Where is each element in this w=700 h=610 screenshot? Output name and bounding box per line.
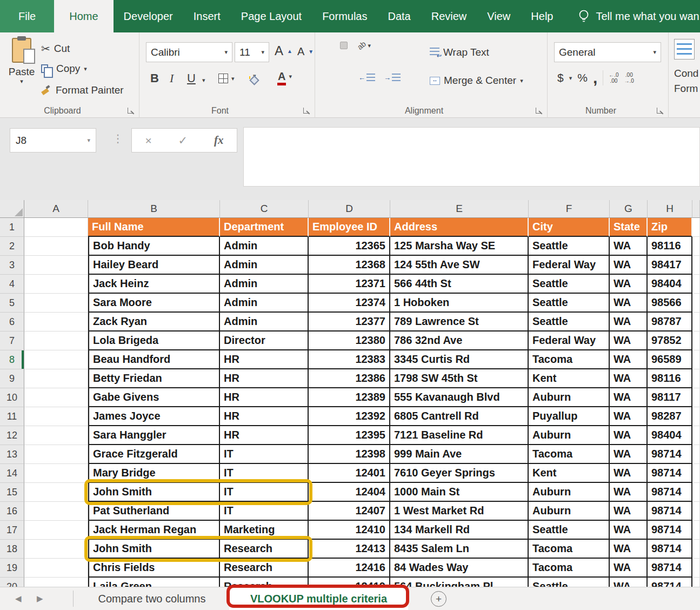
row-header-5[interactable]: 5 — [0, 294, 24, 313]
cell-F7[interactable]: Federal Way — [529, 331, 610, 350]
cell-D6[interactable]: 12377 — [309, 313, 390, 331]
cell-D2[interactable]: 12365 — [309, 237, 390, 256]
cell-I11[interactable] — [692, 407, 700, 426]
cell-A11[interactable] — [24, 407, 88, 426]
cell-A1[interactable] — [24, 218, 88, 237]
cell-H20[interactable]: 98714 — [648, 578, 692, 587]
cell-G10[interactable]: WA — [610, 388, 648, 407]
cell-B15[interactable]: John Smith — [88, 483, 220, 502]
cell-B12[interactable]: Sara Hanggler — [88, 426, 220, 445]
row-header-20[interactable]: 20 — [0, 578, 24, 587]
cell-D15[interactable]: 12404 — [309, 483, 390, 502]
cell-F18[interactable]: Tacoma — [529, 540, 610, 559]
align-center-button[interactable] — [331, 74, 338, 81]
row-header-17[interactable]: 17 — [0, 521, 24, 540]
currency-dropdown-arrow[interactable]: ▾ — [569, 75, 572, 82]
cell-H6[interactable]: 98787 — [648, 313, 692, 331]
cell-E5[interactable]: 1 Hoboken — [390, 294, 529, 313]
ribbon-tab-insert[interactable]: Insert — [183, 0, 231, 32]
cut-button[interactable]: ✂ Cut — [41, 42, 70, 55]
cell-D16[interactable]: 12407 — [309, 502, 390, 521]
cell-I12[interactable] — [692, 426, 700, 445]
cell-G12[interactable]: WA — [610, 426, 648, 445]
enter-button[interactable]: ✓ — [178, 134, 188, 147]
cell-D13[interactable]: 12398 — [309, 445, 390, 464]
select-all-corner[interactable] — [0, 200, 24, 218]
cell-D18[interactable]: 12413 — [309, 540, 390, 559]
cell-A16[interactable] — [24, 502, 88, 521]
cell-C5[interactable]: Admin — [220, 294, 309, 313]
cell-B4[interactable]: Jack Heinz — [88, 275, 220, 294]
cell-I3[interactable] — [692, 256, 700, 275]
cell-C20[interactable]: Research — [220, 578, 309, 587]
cell-I19[interactable] — [692, 559, 700, 578]
cell-H4[interactable]: 98404 — [648, 275, 692, 294]
cell-H13[interactable]: 98714 — [648, 445, 692, 464]
column-header-A[interactable]: A — [24, 200, 88, 218]
cell-E7[interactable]: 786 32nd Ave — [390, 331, 529, 350]
cell-G17[interactable]: WA — [610, 521, 648, 540]
cell-D17[interactable]: 12410 — [309, 521, 390, 540]
cell-F20[interactable]: Seattle — [529, 578, 610, 587]
cell-E13[interactable]: 999 Main Ave — [390, 445, 529, 464]
row-header-11[interactable]: 11 — [0, 407, 24, 426]
ribbon-tab-review[interactable]: Review — [421, 0, 477, 32]
cell-D4[interactable]: 12371 — [309, 275, 390, 294]
ribbon-tab-page-layout[interactable]: Page Layout — [231, 0, 312, 32]
cell-G9[interactable]: WA — [610, 369, 648, 388]
font-color-button[interactable]: A▾ — [278, 70, 292, 83]
row-header-18[interactable]: 18 — [0, 540, 24, 559]
cell-H15[interactable]: 98714 — [648, 483, 692, 502]
row-header-10[interactable]: 10 — [0, 388, 24, 407]
cell-G8[interactable]: WA — [610, 350, 648, 369]
cell-E3[interactable]: 124 55th Ave SW — [390, 256, 529, 275]
cell-B19[interactable]: Chris Fields — [88, 559, 220, 578]
cell-I7[interactable] — [692, 331, 700, 350]
column-header-F[interactable]: F — [529, 200, 610, 218]
cell-H3[interactable]: 98417 — [648, 256, 692, 275]
cell-D7[interactable]: 12380 — [309, 331, 390, 350]
cell-C19[interactable]: Research — [220, 559, 309, 578]
cell-H16[interactable]: 98714 — [648, 502, 692, 521]
cell-B17[interactable]: Jack Herman Regan — [88, 521, 220, 540]
cell-G7[interactable]: WA — [610, 331, 648, 350]
cell-C4[interactable]: Admin — [220, 275, 309, 294]
increase-indent-button[interactable]: → — [381, 69, 404, 85]
cell-C14[interactable]: IT — [220, 464, 309, 483]
cell-F12[interactable]: Auburn — [529, 426, 610, 445]
cell-A4[interactable] — [24, 275, 88, 294]
cell-C17[interactable]: Marketing — [220, 521, 309, 540]
row-header-1[interactable]: 1 — [0, 218, 24, 237]
align-right-button[interactable] — [340, 74, 346, 81]
orientation-dropdown-arrow[interactable]: ▾ — [368, 42, 371, 49]
cell-D11[interactable]: 12392 — [309, 407, 390, 426]
cell-H7[interactable]: 97852 — [648, 331, 692, 350]
row-header-7[interactable]: 7 — [0, 331, 24, 350]
number-dialog-launcher[interactable] — [657, 108, 663, 114]
cell-E19[interactable]: 84 Wades Way — [390, 559, 529, 578]
underline-button[interactable]: U — [187, 71, 196, 85]
decrease-decimal-button[interactable]: .00 →.0 — [624, 72, 634, 84]
cell-B2[interactable]: Bob Handy — [88, 237, 220, 256]
shrink-font-button[interactable]: A▼ — [297, 45, 314, 58]
cell-H9[interactable]: 98116 — [648, 369, 692, 388]
cell-C13[interactable]: IT — [220, 445, 309, 464]
cell-A8[interactable] — [24, 350, 88, 369]
cell-F8[interactable]: Tacoma — [529, 350, 610, 369]
fill-color-button[interactable]: ▾ — [250, 72, 256, 79]
cell-B5[interactable]: Sara Moore — [88, 294, 220, 313]
cell-C2[interactable]: Admin — [220, 237, 309, 256]
bold-button[interactable]: B — [150, 71, 159, 85]
cell-H10[interactable]: 98117 — [648, 388, 692, 407]
conditional-formatting-button[interactable]: Cond Form — [669, 32, 700, 118]
cell-F6[interactable]: Seattle — [529, 313, 610, 331]
cell-H19[interactable]: 98714 — [648, 559, 692, 578]
cell-A18[interactable] — [24, 540, 88, 559]
cell-E10[interactable]: 555 Kavanaugh Blvd — [390, 388, 529, 407]
cell-D19[interactable]: 12416 — [309, 559, 390, 578]
cell-I17[interactable] — [692, 521, 700, 540]
wrap-text-button[interactable]: ↩ Wrap Text — [430, 47, 489, 58]
cell-F3[interactable]: Federal Way — [529, 256, 610, 275]
cell-G15[interactable]: WA — [610, 483, 648, 502]
prev-sheet-button[interactable]: ◀ — [15, 587, 22, 610]
